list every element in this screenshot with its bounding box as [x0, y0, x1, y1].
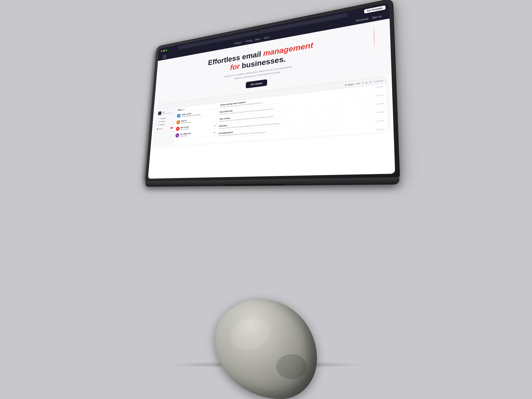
- sidebar-logo-inner: [159, 112, 161, 114]
- nav-product-chevron: ▾: [242, 41, 243, 43]
- search-icon: 🔍: [158, 121, 160, 123]
- inbox-folder-label: Inbox: [159, 128, 162, 130]
- laptop-lid: Get Template Product ▾: [146, 0, 399, 181]
- email-avatar-ryan: R: [176, 120, 180, 125]
- toolbar-refresh-icon[interactable]: ↻: [370, 81, 372, 83]
- rock-main: [211, 288, 321, 399]
- laptop-screen-bezel: Get Template Product ▾: [148, 2, 395, 179]
- email-preview-time-0: 6:25 PM: [376, 86, 383, 89]
- sidebar-actions: ✏ Compose 🔍 Search ⚙ Se: [155, 115, 175, 127]
- email-preview-time-1: 5:37 PM: [376, 94, 383, 97]
- toolbar-settings-icon[interactable]: ⊕: [366, 81, 368, 84]
- email-list: Inbox 23 J Jones, me (5) Startup seeking…: [173, 103, 218, 146]
- laptop: Get Template Product ▾: [145, 0, 400, 187]
- nav-blog-chevron: ▾: [260, 38, 261, 40]
- compose-icon: ✏: [158, 118, 160, 120]
- sidebar-inbox-label: 📥 Inbox: [157, 128, 162, 130]
- browser-dot-red[interactable]: [161, 50, 163, 52]
- nav-blog-label: Blog: [255, 38, 260, 41]
- rock-shape: [215, 299, 317, 399]
- nav-pricing-label: Pricing: [246, 39, 252, 43]
- email-avatar-viktoria: v: [175, 133, 179, 138]
- email-avatar-jones: J: [177, 114, 181, 118]
- search-label: Search: [160, 120, 165, 123]
- hero-title-for: for: [230, 62, 240, 72]
- toolbar-filter-icon[interactable]: ≡: [362, 82, 364, 84]
- settings-label: Settings: [160, 124, 164, 126]
- email-list-title: Inbox: [177, 109, 182, 111]
- email-avatar-max: M: [176, 127, 180, 131]
- browser-dot-green[interactable]: [165, 49, 167, 51]
- browser-dots: [161, 49, 167, 52]
- nav-product-label: Product: [234, 41, 241, 45]
- email-preview-time-2: 1:14 PM: [376, 102, 384, 105]
- toolbar-filter-all[interactable]: All ▾: [356, 82, 360, 85]
- email-sidebar: Mail johndoe@mail.com ✏ Compose: [154, 108, 176, 147]
- email-preview-time-4: 11:33 AM: [376, 120, 384, 122]
- browser-dot-yellow[interactable]: [163, 50, 165, 52]
- inbox-count-badge: 23: [171, 127, 173, 129]
- toolbar-import-button[interactable]: ⬆ Import: [345, 83, 354, 86]
- email-item-content-viktoria: me, Viktoria (4) 04/01/2024: [180, 131, 213, 137]
- email-preview-time-3: 12:05 AM: [375, 111, 384, 114]
- nav-docs-label: Docs: [264, 36, 269, 39]
- hero-cta-button[interactable]: Get started: [246, 79, 267, 89]
- nav-signup-link[interactable]: Sign up: [372, 15, 382, 19]
- settings-icon: ⚙: [158, 124, 159, 126]
- toolbar-time-display: 6:25 PM: [374, 80, 383, 83]
- rock-structure: [211, 288, 321, 399]
- nav-logo: [163, 54, 167, 59]
- nav-item-blog[interactable]: Blog ▾: [255, 38, 261, 41]
- nav-download-link[interactable]: Download: [356, 17, 368, 22]
- screen-content: Get Template Product ▾: [148, 2, 395, 179]
- unread-dot-viktoria: [214, 132, 215, 133]
- email-preview-time-5: 10:06 AM: [376, 128, 385, 131]
- nav-item-product[interactable]: Product ▾: [234, 41, 242, 45]
- hero-title-highlight: management: [263, 41, 313, 58]
- laptop-wrapper: Get Template Product ▾: [145, 0, 400, 187]
- sidebar-logo: [158, 112, 162, 115]
- unread-dot-max: [214, 125, 215, 126]
- nav-item-docs[interactable]: Docs: [264, 36, 269, 39]
- compose-label: Compose: [160, 117, 166, 120]
- nav-item-pricing[interactable]: Pricing: [246, 39, 252, 43]
- nav-logo-inner: [164, 56, 165, 58]
- email-list-count: 23: [183, 108, 185, 110]
- inbox-folder-icon: 📥: [157, 128, 158, 130]
